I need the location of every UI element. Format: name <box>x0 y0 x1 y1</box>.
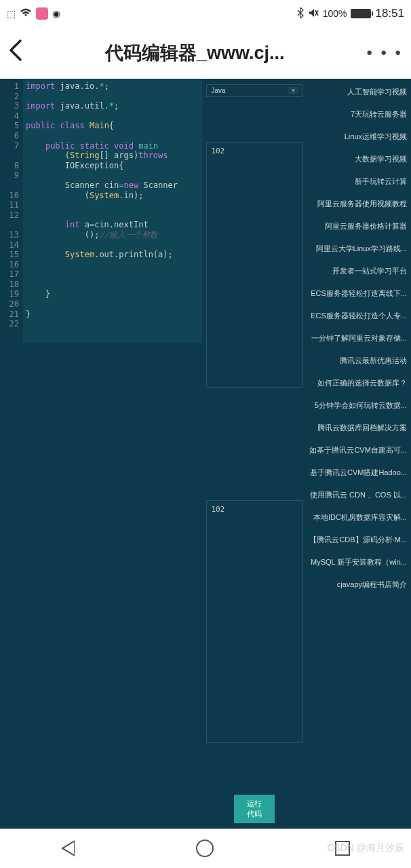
sidebar-link[interactable]: 新手玩转云计算 <box>309 176 407 187</box>
sidebar-link[interactable]: 人工智能学习视频 <box>309 87 407 97</box>
watermark: CSDN @海月汐辰 <box>327 842 404 854</box>
mute-icon <box>308 7 319 20</box>
clock: 18:51 <box>375 7 404 20</box>
run-button[interactable]: 运行代码 <box>234 795 275 823</box>
sidebar-link[interactable]: 7天玩转云服务器 <box>309 109 407 119</box>
back-button[interactable] <box>8 38 23 69</box>
sidebar-link[interactable]: 阿里云服务器价格计算器 <box>309 221 407 231</box>
page-title: 代码编辑器_www.cj... <box>23 41 366 65</box>
sidebar-link[interactable]: Linux运维学习视频 <box>309 132 407 142</box>
sidebar-link[interactable]: 大数据学习视频 <box>309 154 407 164</box>
status-left: ⬚ ◉ <box>7 7 60 20</box>
sidebar-link[interactable]: cjavapy编程书店简介 <box>309 580 407 590</box>
wifi-icon <box>20 8 32 20</box>
sidebar-link[interactable]: 本地IDC机房数据库容灾解... <box>309 512 407 523</box>
eye-icon: ◉ <box>52 8 60 19</box>
nav-back[interactable] <box>61 840 75 856</box>
language-select[interactable]: Java <box>206 84 302 97</box>
links-column: 人工智能学习视频7天玩转云服务器Linux运维学习视频大数据学习视频新手玩转云计… <box>309 84 407 823</box>
sidebar-link[interactable]: 如何正确的选择云数据库？ <box>309 378 407 388</box>
nav-home[interactable] <box>196 839 214 857</box>
io-column: Java 102 102 运行代码 <box>206 84 302 823</box>
sidebar-link[interactable]: 如基于腾讯云CVM自建高可... <box>309 445 407 455</box>
code-area[interactable]: import java.io.*; import java.util.*; pu… <box>23 79 202 343</box>
line-gutter: 12345678910111213141516171819202122 <box>0 79 23 829</box>
output-box[interactable]: 102 <box>206 500 302 743</box>
content: 12345678910111213141516171819202122 impo… <box>0 79 411 829</box>
bluetooth-icon <box>297 7 304 20</box>
more-button[interactable]: • • • <box>366 43 403 62</box>
sidebar-link[interactable]: 使用腾讯云 CDN 、COS 以... <box>309 490 407 500</box>
input-box[interactable]: 102 <box>206 142 302 388</box>
app-icon <box>36 7 48 20</box>
sidebar-link[interactable]: 腾讯云最新优惠活动 <box>309 356 407 366</box>
right-panel: Java 102 102 运行代码 人工智能学习视频7天玩转云服务器Linux运… <box>202 79 411 829</box>
sidebar-link[interactable]: ECS服务器轻松打造个人专... <box>309 311 407 321</box>
sidebar-link[interactable]: ECS服务器轻松打造离线下... <box>309 288 407 299</box>
sidebar-link[interactable]: 阿里云大学Linux学习路线... <box>309 244 407 254</box>
sidebar-link[interactable]: MySQL 新手安装教程（win... <box>309 557 407 567</box>
status-bar: ⬚ ◉ 100% 18:51 <box>0 0 411 27</box>
sidebar-link[interactable]: 基于腾讯云CVM搭建Hadoo... <box>309 468 407 478</box>
sidebar-link[interactable]: 【腾讯云CDB】源码分析·M... <box>309 535 407 545</box>
sidebar-link[interactable]: 一分钟了解阿里云对象存储... <box>309 333 407 343</box>
sidebar-link[interactable]: 腾讯云数据库回档解决方案 <box>309 423 407 433</box>
header: 代码编辑器_www.cj... • • • <box>0 27 411 79</box>
battery-pct: 100% <box>323 8 347 19</box>
editor-panel: 12345678910111213141516171819202122 impo… <box>0 79 202 829</box>
sidebar-link[interactable]: 开发者一站式学习平台 <box>309 266 407 276</box>
sim-icon: ⬚ <box>7 8 16 19</box>
battery-icon <box>351 9 371 18</box>
status-right: 100% 18:51 <box>297 7 404 20</box>
sidebar-link[interactable]: 5分钟学会如何玩转云数据... <box>309 400 407 411</box>
language-value: Java <box>211 87 225 94</box>
sidebar-link[interactable]: 阿里云服务器使用视频教程 <box>309 199 407 209</box>
